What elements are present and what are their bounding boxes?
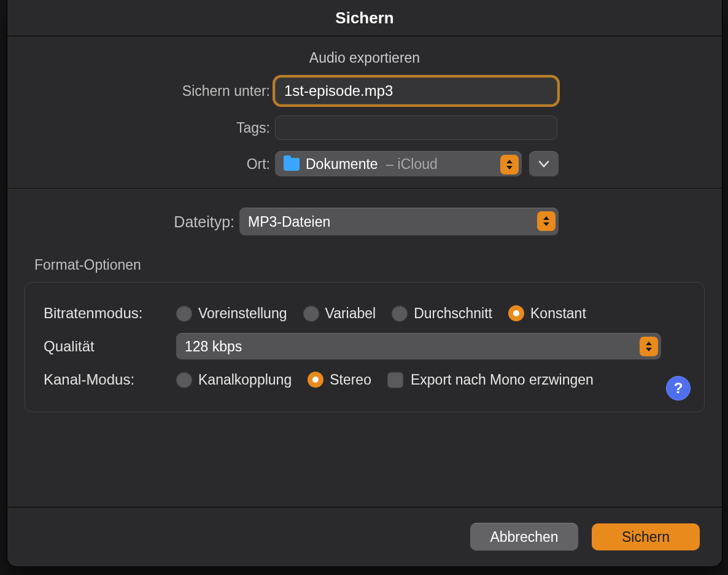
filetype-popup[interactable]: MP3-Dateien — [239, 208, 559, 236]
radio-icon — [176, 372, 192, 388]
up-down-stepper-icon — [640, 337, 658, 356]
svg-marker-4 — [646, 342, 652, 345]
format-options-title: Format-Optionen — [34, 257, 722, 273]
up-down-stepper-icon — [537, 211, 556, 231]
radio-icon — [308, 372, 323, 388]
svg-marker-5 — [646, 348, 652, 351]
location-separator: – — [385, 156, 393, 172]
bitrate-mode-option-constant[interactable]: Konstant — [508, 305, 586, 322]
force-mono-checkbox[interactable]: Export nach Mono erzwingen — [387, 372, 594, 388]
bitrate-mode-radios: Voreinstellung Variabel Durchschnitt Kon… — [176, 305, 586, 322]
filetype-value: MP3-Dateien — [248, 214, 330, 230]
save-form: Sichern unter: Tags: Ort: Dokumente – iC… — [7, 77, 722, 177]
channel-mode-option-stereo[interactable]: Stereo — [308, 372, 371, 388]
radio-label: Kanalkopplung — [198, 372, 292, 388]
quality-value: 128 kbps — [185, 338, 242, 355]
tags-label: Tags: — [7, 120, 275, 136]
save-as-field[interactable] — [275, 77, 557, 104]
separator — [7, 189, 722, 189]
svg-marker-2 — [543, 216, 549, 220]
channel-mode-radios: Kanalkopplung Stereo — [176, 372, 371, 388]
channel-mode-option-joint[interactable]: Kanalkopplung — [176, 372, 292, 388]
quality-label: Qualität — [44, 338, 176, 355]
svg-marker-3 — [543, 222, 549, 226]
expand-save-panel-button[interactable] — [529, 151, 559, 177]
sheet-footer: Abbrechen Sichern — [7, 507, 722, 566]
radio-label: Voreinstellung — [198, 305, 287, 322]
bitrate-mode-option-preset[interactable]: Voreinstellung — [176, 305, 287, 322]
svg-marker-1 — [506, 166, 513, 170]
radio-label: Variabel — [325, 305, 376, 322]
bitrate-mode-option-average[interactable]: Durchschnitt — [392, 305, 492, 322]
cancel-button[interactable]: Abbrechen — [470, 523, 578, 551]
help-button[interactable]: ? — [666, 376, 691, 401]
save-button[interactable]: Sichern — [592, 523, 700, 550]
radio-label: Konstant — [530, 305, 586, 322]
checkbox-label: Export nach Mono erzwingen — [411, 372, 594, 388]
tags-field[interactable] — [275, 115, 557, 140]
location-label: Ort: — [7, 156, 275, 173]
quality-popup[interactable]: 128 kbps — [176, 333, 661, 360]
save-as-label: Sichern unter: — [7, 83, 275, 100]
location-folder: Dokumente — [306, 156, 378, 172]
folder-icon — [284, 158, 300, 171]
radio-label: Stereo — [330, 372, 371, 388]
save-sheet: Sichern Audio exportieren Sichern unter:… — [7, 0, 722, 567]
up-down-stepper-icon — [500, 155, 519, 174]
radio-label: Durchschnitt — [414, 305, 492, 322]
filetype-label: Dateityp: — [7, 213, 239, 231]
radio-icon — [392, 305, 408, 321]
help-icon: ? — [674, 380, 683, 397]
sheet-subtitle: Audio exportieren — [7, 50, 722, 66]
format-options-group: Bitratenmodus: Voreinstellung Variabel D… — [25, 282, 705, 412]
location-suffix: iCloud — [398, 156, 438, 172]
radio-icon — [176, 305, 192, 321]
channel-mode-label: Kanal-Modus: — [44, 371, 176, 388]
window-title: Sichern — [7, 0, 722, 36]
radio-icon — [508, 305, 524, 321]
checkbox-icon — [387, 372, 403, 388]
svg-marker-0 — [506, 160, 513, 163]
chevron-down-icon — [538, 160, 549, 168]
location-popup[interactable]: Dokumente – iCloud — [275, 151, 522, 177]
bitrate-mode-option-variable[interactable]: Variabel — [303, 305, 376, 322]
bitrate-mode-label: Bitratenmodus: — [44, 305, 176, 322]
radio-icon — [303, 305, 319, 321]
